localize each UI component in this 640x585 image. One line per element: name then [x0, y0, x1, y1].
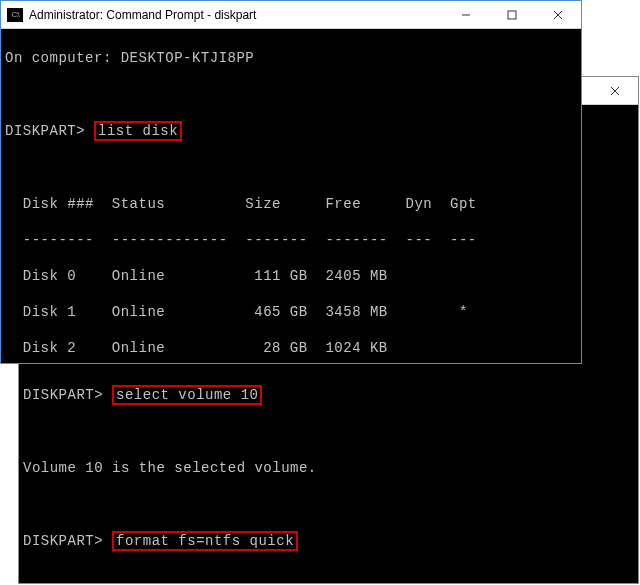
- header-line: On computer: DESKTOP-KTJI8PP: [5, 49, 577, 67]
- cmd-icon: C:\: [7, 8, 23, 22]
- disk-sep: -------- ------------- ------- ------- -…: [5, 231, 577, 249]
- titlebar-front[interactable]: C:\ Administrator: Command Prompt - disk…: [1, 1, 581, 29]
- prompt: DISKPART>: [5, 123, 85, 139]
- prompt: DISKPART>: [23, 533, 103, 549]
- cmd-list-disk: list disk: [94, 121, 182, 141]
- cmd-window-front: C:\ Administrator: Command Prompt - disk…: [0, 0, 582, 364]
- disk-header: Disk ### Status Size Free Dyn Gpt: [5, 195, 577, 213]
- disk-row: Disk 0 Online 111 GB 2405 MB: [5, 267, 577, 285]
- prompt: DISKPART>: [23, 387, 103, 403]
- maximize-button[interactable]: [489, 1, 535, 29]
- cmd-format: format fs=ntfs quick: [112, 531, 298, 551]
- close-button-back[interactable]: [592, 77, 638, 105]
- disk-row: Disk 2 Online 28 GB 1024 KB: [5, 339, 577, 357]
- window-title-front: Administrator: Command Prompt - diskpart: [29, 8, 256, 22]
- close-button[interactable]: [535, 1, 581, 29]
- cmd-select-volume: select volume 10: [112, 385, 262, 405]
- msg-selected-volume: Volume 10 is the selected volume.: [23, 459, 634, 477]
- minimize-button[interactable]: [443, 1, 489, 29]
- disk-row: Disk 1 Online 465 GB 3458 MB *: [5, 303, 577, 321]
- svg-rect-5: [508, 11, 516, 19]
- terminal-front[interactable]: On computer: DESKTOP-KTJI8PP DISKPART> l…: [1, 29, 581, 363]
